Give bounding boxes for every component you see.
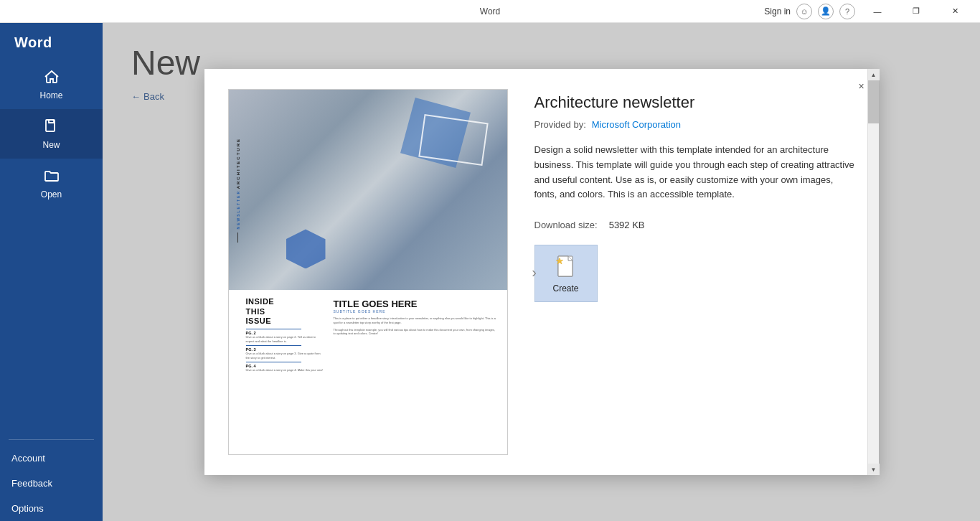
thumb-subtitle: SUBTITLE GOES HERE [334, 309, 499, 314]
sidebar-item-feedback[interactable]: Feedback [0, 471, 103, 496]
template-modal: × ‹ ARCHITECTURE [204, 69, 879, 475]
thumb-pg3-text: Give us a blurb about a story on page 3.… [246, 352, 325, 360]
title-bar-controls: Sign in ☺ 👤 ? — ❐ ✕ [764, 0, 971, 23]
modal-overlay: × ‹ ARCHITECTURE [103, 23, 980, 521]
provided-by: Provided by: Microsoft Corporation [534, 119, 859, 130]
new-icon [43, 118, 60, 137]
app-body: Word Home New [0, 23, 980, 521]
app-title: Word [480, 6, 500, 17]
sidebar-divider [9, 439, 94, 440]
sign-in-link[interactable]: Sign in [764, 6, 791, 17]
sign-in-area: Sign in ☺ 👤 ? [764, 4, 855, 19]
thumb-inside-title: INSIDETHISISSUE [246, 297, 325, 326]
smiley-icon[interactable]: ☺ [796, 4, 812, 19]
create-icon [554, 253, 578, 281]
home-icon [43, 68, 60, 88]
minimize-button[interactable]: — [861, 0, 894, 23]
provider-link[interactable]: Microsoft Corporation [592, 119, 681, 130]
template-title: Architecture newsletter [534, 93, 859, 112]
sidebar-item-options[interactable]: Options [0, 496, 103, 521]
modal-body: ‹ ARCHITECTURE NEWSLETTER [204, 69, 879, 475]
download-size-value: 5392 KB [609, 220, 645, 230]
close-button[interactable]: ✕ [938, 0, 971, 23]
next-template-button[interactable]: › [522, 259, 547, 285]
thumb-pg2-text: Give us a blurb about a story on page 2.… [246, 335, 325, 343]
thumb-header: ARCHITECTURE NEWSLETTER [229, 90, 507, 290]
content-area: New ← Back × ‹ [103, 23, 980, 521]
sidebar-item-open[interactable]: Open [0, 159, 103, 208]
restore-button[interactable]: ❐ [900, 0, 933, 23]
modal-scrollbar: ▲ ▼ [867, 69, 879, 475]
template-description: Design a solid newsletter with this temp… [534, 143, 859, 202]
help-icon[interactable]: ? [839, 4, 855, 19]
provided-by-label: Provided by: [534, 119, 586, 130]
create-label: Create [552, 283, 578, 294]
sidebar-item-home-label: Home [39, 90, 62, 100]
user-icon[interactable]: 👤 [818, 4, 834, 19]
sidebar-item-new[interactable]: New [0, 109, 103, 159]
thumb-pg4-text: Give us a blurb about a story on page 4.… [246, 368, 325, 372]
modal-close-button[interactable]: × [852, 76, 872, 96]
prev-template-button[interactable]: ‹ [204, 259, 215, 285]
sidebar-item-new-label: New [42, 140, 60, 150]
scrollbar-down[interactable]: ▼ [868, 464, 880, 475]
download-size-label: Download size: [534, 220, 598, 230]
open-icon [43, 167, 60, 187]
preview-area: ‹ ARCHITECTURE NEWSLETTER [225, 89, 512, 455]
template-thumbnail: ARCHITECTURE NEWSLETTER [228, 89, 508, 455]
sidebar-item-open-label: Open [41, 189, 62, 200]
thumb-body-text: This is a place to put either a headline… [334, 316, 499, 324]
sidebar-logo: Word [0, 23, 103, 60]
thumb-white-outline [418, 114, 488, 166]
download-size: Download size: 5392 KB [534, 220, 859, 230]
sidebar-item-home[interactable]: Home [0, 60, 103, 109]
scrollbar-track [868, 80, 879, 464]
info-panel: Architecture newsletter Provided by: Mic… [534, 89, 859, 455]
sidebar-item-account[interactable]: Account [0, 446, 103, 471]
thumb-body: INSIDETHISISSUE PG. 2 Give us a blurb ab… [229, 290, 507, 454]
thumb-body-text-2: Throughout this template example, you wi… [334, 328, 499, 336]
thumb-architecture-text: ARCHITECTURE [236, 138, 240, 189]
thumb-newsletter-text: NEWSLETTER [236, 190, 240, 229]
thumb-main-title: TITLE GOES HERE [334, 299, 499, 309]
title-bar: Word Sign in ☺ 👤 ? — ❐ ✕ [0, 0, 980, 23]
sidebar: Word Home New [0, 23, 103, 521]
